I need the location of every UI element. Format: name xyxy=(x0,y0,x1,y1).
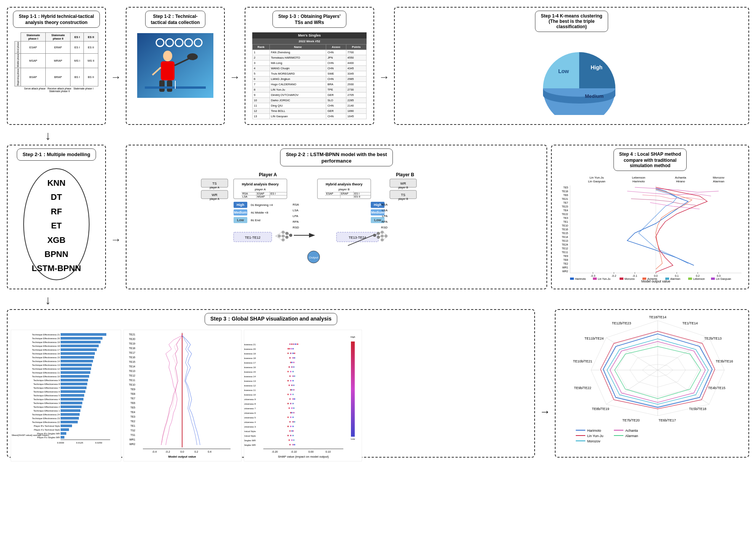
svg-rect-187 xyxy=(61,345,99,347)
model-list: KNN DT RF ET XGB BPNN LSTM-BPNN xyxy=(32,176,81,276)
svg-point-337 xyxy=(287,394,289,395)
svg-text:Technique Effectiveness 24: Technique Effectiveness 24 xyxy=(32,413,60,416)
svg-point-59 xyxy=(282,238,285,241)
svg-text:SHAP value (impact on model ou: SHAP value (impact on model output) xyxy=(278,455,329,458)
svg-text:8≤ End: 8≤ End xyxy=(251,219,260,222)
svg-text:TE11: TE11 xyxy=(562,251,568,254)
svg-rect-223 xyxy=(61,413,80,416)
svg-text:TE18: TE18 xyxy=(129,347,135,349)
svg-point-357 xyxy=(294,421,295,423)
svg-text:High: High xyxy=(237,203,244,207)
svg-text:Lin Yun-Ju: Lin Yun-Ju xyxy=(587,434,603,438)
rankings-table: Men's Singles 2022 Week #52 Rank Name As… xyxy=(252,32,367,119)
table-cell: CHN xyxy=(326,114,346,119)
model-list-container: KNN DT RF ET XGB BPNN LSTM-BPNN xyxy=(23,168,90,280)
model-et: ET xyxy=(32,219,81,233)
svg-point-101 xyxy=(381,231,384,234)
table-cell: 4345 xyxy=(346,66,366,71)
svg-text:TE9: TE9 xyxy=(563,255,568,257)
svg-text:player B: player B xyxy=(338,188,349,191)
svg-text:TE4: TE4 xyxy=(130,411,135,413)
svg-text:Harimoto: Harimoto xyxy=(587,429,601,432)
table-cell: 2985 xyxy=(346,77,366,82)
svg-text:ESAP: ESAP xyxy=(326,192,333,195)
svg-text:Hybrid analysis theory: Hybrid analysis theory xyxy=(242,182,279,186)
svg-text:Technique Effectiveness 5: Technique Effectiveness 5 xyxy=(33,394,60,397)
table-cell: LIANG Jingkun xyxy=(270,77,326,82)
svg-text:TE5b/TE18: TE5b/TE18 xyxy=(689,407,706,411)
svg-text:Technique Effectiveness 15: Technique Effectiveness 15 xyxy=(32,356,60,359)
svg-line-401 xyxy=(606,370,658,404)
svg-text:Technique Effectiveness 13: Technique Effectiveness 13 xyxy=(244,380,256,382)
svg-text:LSA: LSA xyxy=(382,209,388,212)
svg-text:0.2: 0.2 xyxy=(696,274,700,277)
svg-point-325 xyxy=(289,375,291,377)
svg-point-341 xyxy=(292,398,294,400)
svg-point-105 xyxy=(377,236,380,239)
svg-text:TE20: TE20 xyxy=(129,338,135,340)
svg-line-403 xyxy=(606,338,658,370)
svg-point-336 xyxy=(291,389,293,391)
svg-rect-227 xyxy=(61,421,78,423)
svg-rect-193 xyxy=(61,356,94,359)
table-cell: Hugo CALDERANO xyxy=(270,82,326,87)
svg-text:TE14: TE14 xyxy=(129,365,135,368)
svg-text:Lin Gaoyuan: Lin Gaoyuan xyxy=(588,180,605,183)
svg-text:TE6b/TE17: TE6b/TE17 xyxy=(658,418,676,422)
svg-rect-7 xyxy=(161,61,175,80)
table-cell: Ding QIU xyxy=(270,103,326,109)
svg-rect-201 xyxy=(61,371,90,374)
svg-text:Harimoto: Harimoto xyxy=(633,180,645,183)
svg-rect-213 xyxy=(61,394,84,397)
down-arrow-2: ↓ xyxy=(7,294,749,305)
table-cell: Timo BOLL xyxy=(270,109,326,114)
svg-text:WR2: WR2 xyxy=(129,443,135,445)
table-cell: Darko JORGIC xyxy=(270,98,326,103)
svg-text:TS: TS xyxy=(401,193,405,197)
svg-text:Model output value: Model output value xyxy=(168,455,196,458)
table-cell: 1 xyxy=(253,50,270,55)
svg-text:Technique Effectiveness 1: Technique Effectiveness 1 xyxy=(33,410,60,412)
svg-point-369 xyxy=(293,439,295,441)
table-row: 10Darko JORGICSLO2285 xyxy=(253,98,367,103)
svg-text:Player A's Technical Style: Player A's Technical Style xyxy=(244,435,256,437)
svg-point-62 xyxy=(289,234,292,237)
phase-grid: Stalematephase I Stalematephase II ES I … xyxy=(14,32,98,93)
step1-3-box: Step 1-3：Obtaining Players'TSs and WRs M… xyxy=(245,7,374,125)
table-cell: BRA xyxy=(326,82,346,87)
table-cell: 1890 xyxy=(346,109,366,114)
svg-point-319 xyxy=(288,366,290,368)
table-cell: 3345 xyxy=(346,71,366,77)
svg-text:TE5: TE5 xyxy=(563,186,568,189)
svg-point-365 xyxy=(290,435,292,436)
svg-text:Technique Effectiveness 10: Technique Effectiveness 10 xyxy=(32,375,60,378)
svg-point-317 xyxy=(293,362,295,363)
table-cell: 7 xyxy=(253,82,270,87)
shap-dot-chart: High Low Technique Effectiveness 21 Tech… xyxy=(244,330,362,461)
svg-text:Player B's Singles WR: Player B's Singles WR xyxy=(244,439,256,442)
svg-text:Low: Low xyxy=(374,218,381,222)
svg-point-353 xyxy=(290,417,292,418)
svg-text:Technique Effectiveness 19: Technique Effectiveness 19 xyxy=(32,341,60,343)
svg-rect-12 xyxy=(167,80,172,92)
svg-point-313 xyxy=(289,357,291,359)
table-cell: FAN Zhendong xyxy=(270,50,326,55)
svg-text:0≤ Beginning <4: 0≤ Beginning <4 xyxy=(251,203,273,207)
svg-text:Morozov: Morozov xyxy=(625,278,635,280)
svg-rect-235 xyxy=(61,436,64,439)
svg-rect-191 xyxy=(61,352,95,355)
svg-rect-177 xyxy=(711,278,715,280)
svg-point-308 xyxy=(287,348,289,349)
svg-text:Technique Effectiveness 14: Technique Effectiveness 14 xyxy=(244,375,256,378)
step1-4-box: Step 1-4 K-means clustering(The best is … xyxy=(394,7,749,125)
col-points: Points xyxy=(346,45,366,50)
table-row: 8LIN Yun-JuTPE2730 xyxy=(253,87,367,93)
svg-text:TE24: TE24 xyxy=(562,243,568,246)
svg-text:player A: player A xyxy=(255,188,266,191)
svg-text:TE9: TE9 xyxy=(130,388,135,391)
svg-text:Player A: Player A xyxy=(259,172,277,177)
svg-text:player B: player B xyxy=(398,186,408,189)
svg-text:TE17: TE17 xyxy=(129,351,135,354)
table-cell: 2705 xyxy=(346,93,366,98)
table-cell: GER xyxy=(326,109,346,114)
